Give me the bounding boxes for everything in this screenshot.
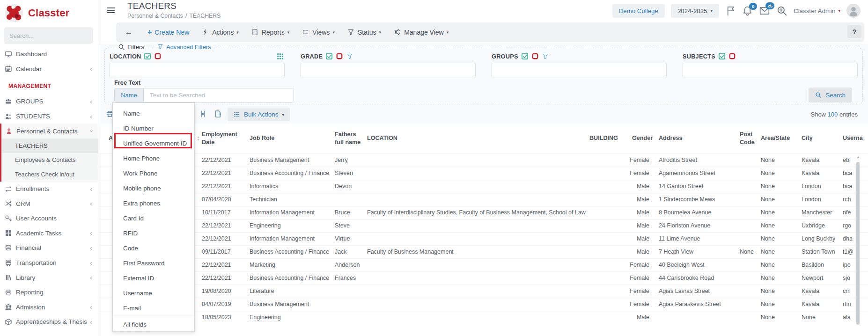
dropdown-item-all-fields[interactable]: All fields bbox=[113, 317, 194, 332]
column-header-location[interactable]: LOCATION bbox=[366, 124, 584, 153]
free-text-input[interactable] bbox=[144, 88, 294, 102]
scroll-up-icon[interactable]: ▴ bbox=[856, 154, 861, 161]
user-menu[interactable]: Classter Admin▾ bbox=[794, 7, 840, 15]
views-menu-button[interactable]: Views▾ bbox=[302, 29, 335, 36]
dropdown-item-id-number[interactable]: ID Number bbox=[113, 121, 194, 136]
college-button[interactable]: Demo College bbox=[612, 4, 665, 18]
grid-icon[interactable] bbox=[277, 53, 284, 60]
dropdown-item-work-phone[interactable]: Work Phone bbox=[113, 166, 194, 181]
dropdown-item-e-mail[interactable]: E-mail bbox=[113, 301, 194, 316]
filter-funnel-icon[interactable] bbox=[542, 53, 549, 60]
reports-menu-button[interactable]: Reports▾ bbox=[251, 29, 290, 36]
sidebar-search-input[interactable] bbox=[4, 27, 93, 44]
logo[interactable]: Classter bbox=[0, 0, 98, 26]
table-row[interactable]: 22/12/2021EngineeringSteveMale24 Florist… bbox=[99, 219, 868, 232]
dropdown-item-code[interactable]: Code bbox=[113, 241, 194, 256]
dropdown-item-username[interactable]: Username bbox=[113, 286, 194, 301]
filter-funnel-icon[interactable] bbox=[346, 53, 353, 60]
deselect-square-icon[interactable] bbox=[336, 53, 343, 60]
table-scrollbar[interactable]: ▴ bbox=[856, 154, 861, 336]
table-row[interactable]: 22/12/2021Business Accounting / FinanceS… bbox=[99, 167, 868, 180]
sidebar-item-library[interactable]: Library‹ bbox=[0, 270, 98, 285]
notifications-button[interactable]: 0 bbox=[742, 6, 753, 16]
export-icon[interactable] bbox=[214, 110, 222, 118]
select-check-icon[interactable] bbox=[719, 53, 726, 60]
filter-input-location[interactable] bbox=[110, 63, 285, 78]
zoom-icon[interactable] bbox=[776, 5, 787, 16]
deselect-square-icon[interactable] bbox=[532, 53, 539, 60]
select-check-icon[interactable] bbox=[144, 53, 151, 60]
year-selector[interactable]: 2024-2025▾ bbox=[671, 4, 719, 18]
filter-input-grade[interactable] bbox=[301, 63, 476, 78]
sidebar-item-personnel-contacts[interactable]: Personnel & Contacts‹ bbox=[1, 124, 98, 139]
dropdown-item-external-id[interactable]: External ID bbox=[113, 271, 194, 286]
table-row[interactable]: 22/12/2021InformaticsDevonMale14 Ganton … bbox=[99, 180, 868, 193]
breadcrumb-item[interactable]: Personnel & Contacts bbox=[127, 13, 183, 19]
flag-icon[interactable] bbox=[725, 6, 736, 16]
sidebar-subitem-teachers-check-in-out[interactable]: Teachers Check in/out bbox=[1, 167, 98, 182]
filter-input-groups[interactable] bbox=[492, 63, 667, 78]
search-button[interactable]: Search bbox=[809, 88, 852, 102]
column-header-city[interactable]: City bbox=[797, 124, 839, 153]
table-row[interactable]: 07/04/2020TechnicianMale1 Sindercombe Me… bbox=[99, 193, 868, 206]
actions-menu-button[interactable]: Actions▾ bbox=[202, 29, 238, 36]
sidebar-subitem-employees-contacts[interactable]: Employees & Contacts bbox=[1, 153, 98, 168]
sidebar-item-dashboard[interactable]: Dashboard bbox=[0, 47, 98, 62]
manage-view-button[interactable]: Manage View▾ bbox=[394, 29, 449, 36]
dropdown-item-unified-government-id[interactable]: Unified Government ID bbox=[113, 136, 194, 151]
messages-button[interactable]: 25 bbox=[759, 5, 770, 16]
table-row[interactable]: 22/12/2021Information ManagementVirtueMa… bbox=[99, 232, 868, 245]
select-check-icon[interactable] bbox=[326, 53, 333, 60]
sidebar-item-admission[interactable]: Admission‹ bbox=[0, 300, 98, 315]
column-header-fathers-full-name[interactable]: Fathers full name bbox=[329, 124, 366, 153]
sort-icon[interactable]: ▲▼ bbox=[197, 136, 200, 141]
sidebar-item-financial[interactable]: Financial‹ bbox=[0, 241, 98, 256]
column-header-building[interactable]: BUILDING bbox=[584, 124, 628, 153]
sidebar-item-students[interactable]: STUDENTS‹ bbox=[0, 109, 98, 124]
dropdown-item-name[interactable]: Name bbox=[113, 106, 194, 121]
column-header-gender[interactable]: Gender bbox=[628, 124, 654, 153]
dropdown-item-extra-phones[interactable]: Extra phones bbox=[113, 196, 194, 211]
dropdown-item-first-password[interactable]: First Password bbox=[113, 256, 194, 271]
entries-count[interactable]: 100 bbox=[828, 111, 838, 118]
table-row[interactable]: 22/12/2021Business ManagementJerryFemale… bbox=[99, 153, 868, 167]
scrollbar-thumb[interactable] bbox=[856, 162, 860, 325]
search-field-selector[interactable]: Name bbox=[115, 88, 144, 102]
sidebar-item-enrollments[interactable]: Enrollments‹ bbox=[0, 182, 98, 197]
column-header-job-role[interactable]: Job Role bbox=[242, 124, 329, 153]
sidebar-item-calendar[interactable]: Calendar‹ bbox=[0, 62, 98, 77]
table-row[interactable]: e04/07/2019Business ManagementFemaleAgia… bbox=[99, 298, 868, 311]
table-row[interactable]: 18/05/2023EngineeringMaleNoneNoneala bbox=[99, 311, 868, 324]
sidebar-item-reporting[interactable]: Reporting bbox=[0, 285, 98, 300]
table-row[interactable]: 09/11/2017Business Accounting / FinanceJ… bbox=[99, 245, 868, 258]
sidebar-item-crm[interactable]: CRM‹ bbox=[0, 196, 98, 211]
column-header-employment-date[interactable]: Employment Date▲▼ bbox=[195, 124, 242, 153]
sidebar-item-apprenticeships-thesis[interactable]: Apprenticeships & Thesis‹ bbox=[0, 314, 98, 329]
bulk-actions-button[interactable]: Bulk Actions▾ bbox=[228, 108, 290, 121]
create-new-button[interactable]: +Create New bbox=[147, 28, 189, 37]
select-check-icon[interactable] bbox=[522, 53, 529, 60]
dropdown-item-mobile-phone[interactable]: Mobile phone bbox=[113, 181, 194, 196]
dropdown-item-card-id[interactable]: Card Id bbox=[113, 211, 194, 226]
table-row[interactable]: 10/11/2017Information ManagementBruceFac… bbox=[99, 206, 868, 219]
column-header-userna[interactable]: Userna bbox=[839, 124, 868, 153]
deselect-square-icon[interactable] bbox=[729, 53, 736, 60]
sidebar-subitem-teachers[interactable]: TEACHERS bbox=[1, 139, 98, 153]
sidebar-search[interactable] bbox=[4, 27, 93, 44]
column-header-address[interactable]: Address bbox=[654, 124, 736, 153]
sidebar-item-transportation[interactable]: Transportation‹ bbox=[0, 256, 98, 270]
table-row[interactable]: 22/12/2021MarketingAndersonFemale40 Beel… bbox=[99, 258, 868, 271]
menu-toggle-button[interactable] bbox=[107, 7, 115, 14]
sidebar-item-academic-tasks[interactable]: Academic Tasks‹ bbox=[0, 226, 98, 241]
help-button[interactable]: ? bbox=[847, 25, 861, 38]
table-row[interactable]: 19/08/2020LiteratureFemaleAgias Lavras S… bbox=[99, 285, 868, 298]
column-header-post-code[interactable]: Post Code bbox=[736, 124, 757, 153]
avatar[interactable] bbox=[846, 4, 861, 18]
dropdown-item-home-phone[interactable]: Home Phone bbox=[113, 151, 194, 166]
status-menu-button[interactable]: Status▾ bbox=[347, 29, 381, 36]
table-row[interactable]: 22/12/2021Business Accounting / FinanceF… bbox=[99, 271, 868, 285]
dropdown-item-rfid[interactable]: RFID bbox=[113, 226, 194, 241]
deselect-square-icon[interactable] bbox=[154, 53, 162, 60]
column-header-area-state[interactable]: Area/State bbox=[757, 124, 797, 153]
advanced-filters-link[interactable]: Advanced Filters bbox=[154, 44, 213, 51]
